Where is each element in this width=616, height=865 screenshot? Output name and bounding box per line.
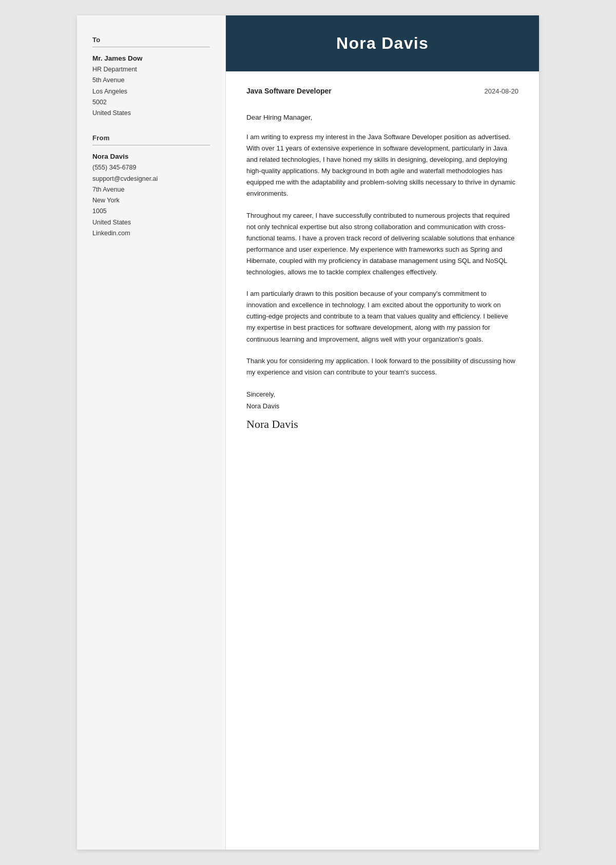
- recipient-name: Mr. James Dow: [92, 54, 210, 62]
- closing-text: Sincerely, Nora Davis: [246, 388, 518, 412]
- sender-email: support@cvdesigner.ai: [92, 174, 210, 184]
- recipient-details: HR Department 5th Avenue Los Angeles 500…: [92, 64, 210, 119]
- sender-phone: (555) 345-6789: [92, 162, 210, 173]
- from-label: From: [92, 134, 210, 142]
- paragraph-2: Throughout my career, I have successfull…: [246, 210, 518, 278]
- cover-letter-page: To Mr. James Dow HR Department 5th Avenu…: [77, 15, 539, 850]
- closing-salutation: Sincerely,: [246, 388, 518, 400]
- sender-zip: 1005: [92, 206, 210, 217]
- letter-body: Java Software Developer 2024-08-20 Dear …: [226, 71, 539, 850]
- applicant-name: Nora Davis: [336, 34, 429, 53]
- letter-date: 2024-08-20: [485, 87, 519, 95]
- recipient-city: Los Angeles: [92, 86, 210, 97]
- closing-block: Sincerely, Nora Davis Nora Davis: [246, 388, 518, 431]
- paragraph-4: Thank you for considering my application…: [246, 355, 518, 378]
- to-divider: [92, 47, 210, 47]
- recipient-company: HR Department: [92, 64, 210, 75]
- sender-name: Nora Davis: [92, 153, 210, 160]
- to-section: To Mr. James Dow HR Department 5th Avenu…: [92, 36, 210, 119]
- sender-city: New York: [92, 195, 210, 206]
- recipient-zip: 5002: [92, 97, 210, 108]
- recipient-street: 5th Avenue: [92, 75, 210, 86]
- sender-linkedin: Linkedin.com: [92, 228, 210, 239]
- meta-row: Java Software Developer 2024-08-20: [246, 87, 518, 100]
- recipient-country: United States: [92, 108, 210, 119]
- paragraph-3: I am particularly drawn to this position…: [246, 288, 518, 345]
- signature: Nora Davis: [246, 418, 518, 431]
- closing-name: Nora Davis: [246, 400, 518, 412]
- to-label: To: [92, 36, 210, 44]
- sender-street: 7th Avenue: [92, 184, 210, 195]
- sidebar: To Mr. James Dow HR Department 5th Avenu…: [77, 15, 226, 850]
- salutation: Dear Hiring Manager,: [246, 114, 518, 121]
- paragraph-1: I am writing to express my interest in t…: [246, 131, 518, 200]
- header-banner: Nora Davis: [226, 15, 539, 71]
- from-divider: [92, 145, 210, 145]
- main-content: Nora Davis Java Software Developer 2024-…: [226, 15, 539, 850]
- sender-details: (555) 345-6789 support@cvdesigner.ai 7th…: [92, 162, 210, 239]
- sender-country: United States: [92, 217, 210, 228]
- job-title: Java Software Developer: [246, 87, 332, 95]
- from-section: From Nora Davis (555) 345-6789 support@c…: [92, 134, 210, 239]
